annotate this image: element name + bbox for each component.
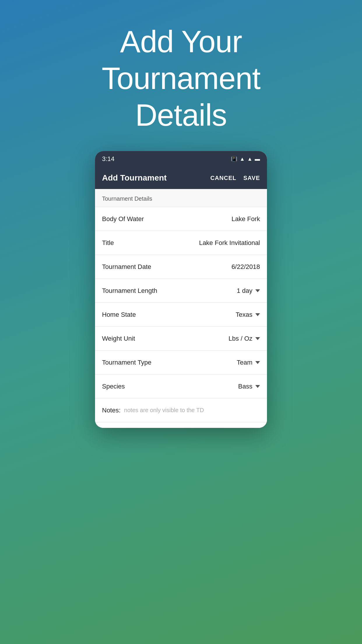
form-content: Tournament Details Body Of WaterLake For… bbox=[95, 189, 267, 428]
form-row-value: Lake Fork Invitational bbox=[199, 239, 260, 247]
page-title: Add Your Tournament Details bbox=[78, 0, 284, 151]
app-bar: Add Tournament CANCEL SAVE bbox=[95, 167, 267, 189]
form-row-label: Tournament Date bbox=[102, 263, 151, 271]
dropdown-arrow-icon[interactable] bbox=[255, 337, 260, 340]
form-row-value: Lbs / Oz bbox=[229, 335, 260, 342]
form-row-label: Home State bbox=[102, 311, 136, 318]
signal-icon: ▲ bbox=[247, 156, 252, 162]
status-bar: 3:14 📳 ▲ ▲ ▬ bbox=[95, 151, 267, 167]
notes-placeholder: notes are only visible to the TD bbox=[124, 407, 204, 414]
form-row-value: 6/22/2018 bbox=[231, 263, 260, 271]
notes-row[interactable]: Notes: notes are only visible to the TD bbox=[95, 398, 267, 422]
form-row-value: Lake Fork bbox=[231, 215, 260, 223]
section-header: Tournament Details bbox=[95, 189, 267, 207]
form-row-label: Title bbox=[102, 239, 114, 247]
save-button[interactable]: SAVE bbox=[243, 175, 260, 181]
form-rows: Body Of WaterLake ForkTitleLake Fork Inv… bbox=[95, 207, 267, 398]
status-icons: 📳 ▲ ▲ ▬ bbox=[231, 156, 260, 162]
dropdown-arrow-icon[interactable] bbox=[255, 289, 260, 292]
form-row-value: Team bbox=[237, 359, 260, 366]
wifi-icon: ▲ bbox=[240, 156, 245, 162]
app-bar-title: Add Tournament bbox=[102, 173, 167, 183]
form-row-label: Tournament Type bbox=[102, 359, 152, 366]
form-row[interactable]: Weight UnitLbs / Oz bbox=[95, 326, 267, 350]
dropdown-arrow-icon[interactable] bbox=[255, 361, 260, 364]
app-bar-actions: CANCEL SAVE bbox=[210, 175, 260, 181]
battery-icon: ▬ bbox=[255, 156, 260, 162]
form-row[interactable]: Tournament Length1 day bbox=[95, 279, 267, 302]
form-row[interactable]: Body Of WaterLake Fork bbox=[95, 207, 267, 231]
form-row-label: Tournament Length bbox=[102, 287, 157, 295]
form-row-value: Texas bbox=[236, 311, 260, 318]
cancel-button[interactable]: CANCEL bbox=[210, 175, 236, 181]
form-row-label: Species bbox=[102, 383, 125, 390]
form-row[interactable]: Home StateTexas bbox=[95, 302, 267, 326]
form-row[interactable]: Tournament TypeTeam bbox=[95, 350, 267, 374]
form-row-label: Body Of Water bbox=[102, 215, 144, 223]
form-row-label: Weight Unit bbox=[102, 335, 135, 342]
form-row[interactable]: TitleLake Fork Invitational bbox=[95, 231, 267, 255]
form-row[interactable]: SpeciesBass bbox=[95, 374, 267, 398]
notes-label: Notes: bbox=[102, 407, 121, 414]
vibrate-icon: 📳 bbox=[231, 156, 237, 162]
dropdown-arrow-icon[interactable] bbox=[255, 313, 260, 316]
dropdown-arrow-icon[interactable] bbox=[255, 385, 260, 388]
form-row[interactable]: Tournament Date6/22/2018 bbox=[95, 255, 267, 279]
bottom-border bbox=[95, 422, 267, 428]
phone-mockup: 3:14 📳 ▲ ▲ ▬ Add Tournament CANCEL SAVE … bbox=[95, 151, 267, 428]
form-row-value: Bass bbox=[238, 383, 260, 390]
form-row-value: 1 day bbox=[237, 287, 260, 295]
status-time: 3:14 bbox=[102, 155, 115, 163]
